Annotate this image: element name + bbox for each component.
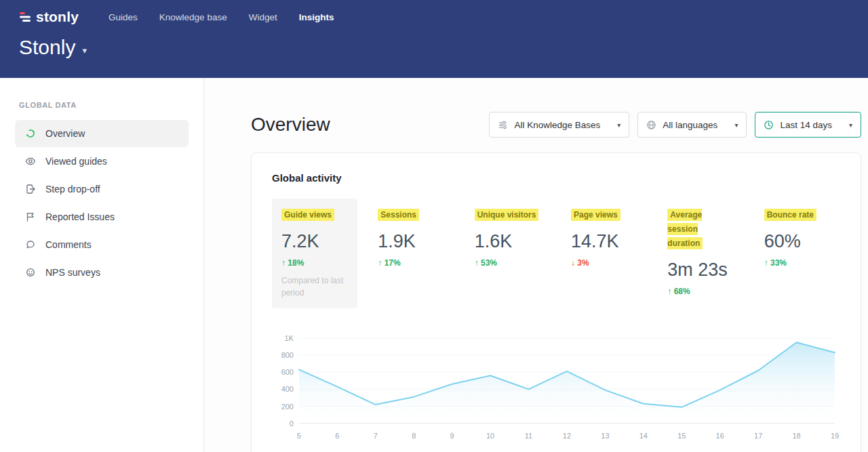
svg-text:12: 12 <box>563 432 571 440</box>
metric-delta: ↑ 53% <box>475 258 541 268</box>
metric-tile-page-views[interactable]: Page views 14.7K ↓ 3% <box>561 199 647 277</box>
eye-icon <box>25 156 36 167</box>
metric-tile-avg-session-duration[interactable]: Average session duration 3m 23s ↑ 68% <box>658 199 743 306</box>
svg-text:11: 11 <box>525 432 532 440</box>
language-filter[interactable]: All languages ▾ <box>637 112 747 138</box>
chevron-down-icon: ▾ <box>617 121 620 129</box>
knowledge-base-filter-value: All Knowledge Bases <box>514 120 600 130</box>
sidebar-item-label: Viewed guides <box>45 156 107 167</box>
trend-up-icon: ↑ <box>764 258 768 268</box>
trend-down-icon: ↓ <box>571 258 575 268</box>
svg-text:1K: 1K <box>285 334 294 342</box>
sidebar-item-reported-issues[interactable]: Reported Issues <box>15 203 189 230</box>
metric-label: Guide views <box>281 209 334 221</box>
sidebar-item-comments[interactable]: Comments <box>15 231 189 258</box>
svg-text:8: 8 <box>412 432 416 440</box>
metric-delta-value: 17% <box>384 258 401 268</box>
svg-text:18: 18 <box>792 432 800 440</box>
metric-value: 14.7K <box>571 231 637 252</box>
logo-text: stonly <box>36 9 79 25</box>
metric-value: 1.9K <box>378 231 444 252</box>
svg-text:0: 0 <box>290 419 294 428</box>
nav-item-insights[interactable]: Insights <box>299 12 334 22</box>
sliders-icon <box>498 120 508 130</box>
page-title: Overview <box>251 114 330 136</box>
svg-text:600: 600 <box>281 368 294 376</box>
workspace-selector[interactable]: Stonly ▾ <box>0 25 868 59</box>
metric-tiles: Guide views 7.2K ↑ 18% Compared to last … <box>272 199 840 308</box>
metric-delta: ↑ 68% <box>667 287 734 296</box>
svg-text:17: 17 <box>754 432 762 440</box>
metric-delta-value: 18% <box>288 258 304 268</box>
trend-up-icon: ↑ <box>378 258 382 268</box>
metric-delta-value: 53% <box>481 258 497 268</box>
svg-text:16: 16 <box>716 432 724 440</box>
metric-delta: ↑ 18% <box>281 258 348 268</box>
sidebar-item-label: Reported Issues <box>45 211 115 222</box>
stonly-logo-icon <box>19 12 31 22</box>
metric-label: Page views <box>571 209 620 221</box>
top-header: stonly Guides Knowledge base Widget Insi… <box>0 0 868 78</box>
metric-tile-unique-visitors[interactable]: Unique visitors 1.6K ↑ 53% <box>465 199 551 277</box>
clock-icon <box>764 120 774 130</box>
metric-tile-bounce-rate[interactable]: Bounce rate 60% ↑ 33% <box>755 199 840 277</box>
metric-value: 3m 23s <box>667 260 734 281</box>
svg-text:7: 7 <box>374 432 378 440</box>
nav-links: Guides Knowledge base Widget Insights <box>108 12 334 22</box>
chevron-down-icon: ▾ <box>849 121 852 129</box>
metric-delta-value: 33% <box>770 258 787 268</box>
sidebar-item-step-drop-off[interactable]: Step drop-off <box>15 176 189 203</box>
metric-tile-guide-views[interactable]: Guide views 7.2K ↑ 18% Compared to last … <box>272 199 357 308</box>
workspace-title: Stonly <box>19 36 75 59</box>
smiley-icon <box>25 267 36 278</box>
globe-icon <box>646 120 656 130</box>
activity-chart-container: 02004006008001K5678910111213141516171819 <box>272 330 840 444</box>
sidebar-item-label: Step drop-off <box>45 184 100 194</box>
svg-text:19: 19 <box>831 432 839 440</box>
sidebar-item-nps-surveys[interactable]: NPS surveys <box>15 259 189 286</box>
comment-icon <box>25 239 36 250</box>
card-title: Global activity <box>272 172 840 184</box>
svg-text:400: 400 <box>281 385 294 393</box>
metric-label: Unique visitors <box>475 209 539 221</box>
trend-up-icon: ↑ <box>281 258 285 268</box>
metric-label: Bounce rate <box>764 209 816 221</box>
metric-value: 1.6K <box>475 231 541 252</box>
flag-icon <box>25 211 36 222</box>
chevron-down-icon: ▾ <box>734 121 738 129</box>
svg-text:800: 800 <box>281 351 294 359</box>
svg-text:15: 15 <box>677 432 686 440</box>
stonly-logo[interactable]: stonly <box>19 9 79 25</box>
sidebar: GLOBAL DATA Overview Viewed guides <box>0 78 204 452</box>
step-export-icon <box>25 184 36 194</box>
nav-item-widget[interactable]: Widget <box>249 12 277 22</box>
activity-chart: 02004006008001K5678910111213141516171819 <box>272 330 840 444</box>
trend-up-icon: ↑ <box>475 258 479 268</box>
sync-icon <box>25 128 36 139</box>
svg-text:14: 14 <box>639 432 648 440</box>
date-range-filter-value: Last 14 days <box>780 120 832 130</box>
svg-text:13: 13 <box>601 432 609 440</box>
main-nav: stonly Guides Knowledge base Widget Insi… <box>0 0 868 25</box>
svg-text:9: 9 <box>450 432 454 440</box>
svg-text:10: 10 <box>486 432 494 440</box>
date-range-filter[interactable]: Last 14 days ▾ <box>755 112 861 138</box>
metric-delta: ↑ 17% <box>378 258 444 268</box>
metric-note: Compared to last period <box>281 274 348 299</box>
nav-item-knowledge-base[interactable]: Knowledge base <box>159 12 227 22</box>
sidebar-item-label: NPS surveys <box>45 267 100 278</box>
svg-text:6: 6 <box>335 432 339 440</box>
metric-tile-sessions[interactable]: Sessions 1.9K ↑ 17% <box>368 199 454 277</box>
nav-item-guides[interactable]: Guides <box>108 12 138 22</box>
global-activity-card: Global activity Guide views 7.2K ↑ 18% C… <box>251 152 861 452</box>
metric-delta-value: 68% <box>674 287 690 296</box>
metric-label: Average session duration <box>667 209 703 249</box>
sidebar-item-overview[interactable]: Overview <box>15 120 189 147</box>
metric-value: 60% <box>764 231 831 252</box>
metric-value: 7.2K <box>281 231 348 252</box>
sidebar-item-label: Comments <box>45 239 92 250</box>
language-filter-value: All languages <box>663 120 717 130</box>
sidebar-item-viewed-guides[interactable]: Viewed guides <box>15 148 189 175</box>
metric-delta: ↑ 33% <box>764 258 831 268</box>
knowledge-base-filter[interactable]: All Knowledge Bases ▾ <box>489 112 629 138</box>
